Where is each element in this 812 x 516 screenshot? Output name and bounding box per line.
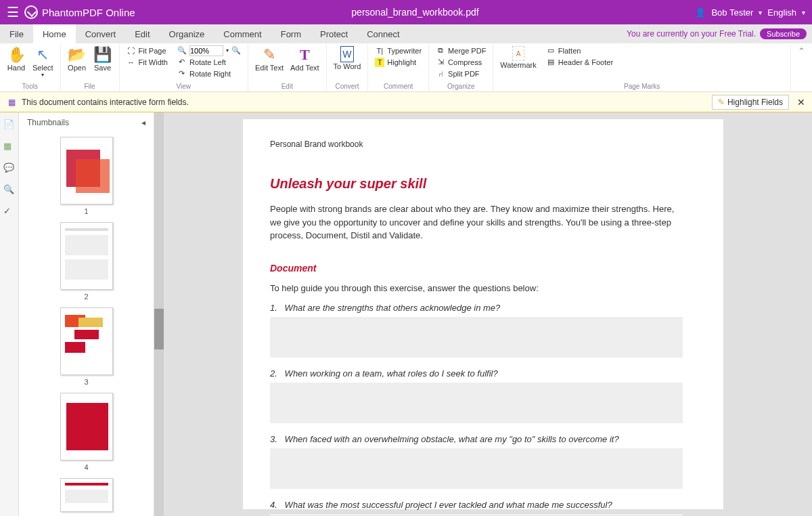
thumbnail-page-4[interactable] [60,393,113,460]
header-footer-icon: ▤ [546,58,556,67]
menu-comment[interactable]: Comment [214,24,271,43]
edit-text-button[interactable]: ✎Edit Text [252,45,286,73]
hand-tool-button[interactable]: ✋Hand [4,45,28,73]
pencil-icon: ✎ [718,98,725,107]
ribbon-group-edit: Edit [252,81,322,91]
thumbnails-title: Thumbnails [27,118,69,127]
select-tool-button[interactable]: ↖Select▾ [30,45,56,79]
add-text-button[interactable]: TAdd Text [288,45,322,73]
form-info-icon: ▦ [7,98,16,107]
flatten-button[interactable]: ▭Flatten [543,45,616,56]
app-header: ☰ PhantomPDF Online personal_brand_workb… [0,0,812,24]
menu-organize[interactable]: Organize [160,24,215,43]
folder-open-icon: 📂 [68,46,86,64]
question-item: 4. What was the most successful project … [270,500,683,516]
menu-protect[interactable]: Protect [311,24,357,43]
thumbnail-page-5[interactable] [60,478,113,512]
zoom-out-icon[interactable]: 🔍 [177,46,187,56]
ribbon-group-file: File [65,81,115,91]
pdf-page: Personal Brand workbook Unleash your sup… [243,119,723,509]
scrollbar-thumb[interactable] [154,309,164,349]
question-item: 2. When working on a team, what roles do… [270,368,683,423]
sidebar: 📄 ▦ 💬 🔍 ✓ [0,112,19,516]
menubar: File Home Convert Edit Organize Comment … [0,24,812,43]
compress-icon: ⇲ [436,58,445,67]
subscribe-button[interactable]: Subscribe [760,28,807,39]
to-word-button[interactable]: WTo Word [331,45,364,72]
watermark-button[interactable]: AWatermark [497,45,539,70]
page-icon[interactable]: 📄 [3,119,16,131]
user-dropdown-icon[interactable]: ▾ [759,9,762,16]
menu-file[interactable]: File [0,24,33,43]
layers-icon[interactable]: ▦ [3,141,16,153]
compress-button[interactable]: ⇲Compress [433,56,489,68]
language-selector[interactable]: English [767,7,796,18]
menu-connect[interactable]: Connect [357,24,409,43]
rotate-left-button[interactable]: ↶Rotate Left [175,56,244,68]
thumbnails-list[interactable]: 1 2 3 4 [19,133,154,516]
ribbon-group-page-marks: Page Marks [497,81,786,91]
question-item: 1. What are the strengths that others ac… [270,303,683,358]
thumbnail-page-3[interactable] [60,307,113,375]
fit-width-icon: ↔ [127,58,136,67]
word-icon: W [340,46,354,62]
section-title: Document [270,263,683,274]
thumbnail-page-1[interactable] [60,137,113,205]
thumbnail-page-2[interactable] [60,222,113,290]
header-footer-button[interactable]: ▤Header & Footer [543,56,616,68]
signatures-icon[interactable]: ✓ [3,206,16,218]
fit-page-button[interactable]: ⛶Fit Page [124,45,171,56]
edit-text-icon: ✎ [261,46,278,64]
page-header: Personal Brand workbook [270,139,683,149]
language-dropdown-icon[interactable]: ▾ [802,9,805,16]
form-field[interactable] [270,317,683,358]
open-button[interactable]: 📂Open [65,45,89,73]
thumbnails-panel: Thumbnails ◂ 1 2 3 4 [19,112,154,516]
user-name[interactable]: Bob Tester [711,7,753,18]
merge-pdf-button[interactable]: ⧉Merge PDF [433,45,489,56]
merge-icon: ⧉ [436,46,445,56]
flatten-icon: ▭ [546,46,556,56]
zoom-in-icon[interactable]: 🔍 [231,46,241,56]
split-pdf-button[interactable]: ⑁Split PDF [433,68,489,79]
document-viewport[interactable]: Personal Brand workbook Unleash your sup… [154,112,812,516]
close-info-bar-button[interactable]: ✕ [797,97,805,108]
question-text: 4. What was the most successful project … [270,500,683,510]
question-list: 1. What are the strengths that others ac… [270,303,683,516]
search-icon[interactable]: 🔍 [3,184,16,196]
comments-icon[interactable]: 💬 [3,163,16,175]
collapse-thumbnails-button[interactable]: ◂ [141,118,145,127]
trial-message: You are currently on your Free Trial. [627,29,760,39]
question-item: 3. When faced with an overwhelming obsta… [270,434,683,489]
split-icon: ⑁ [436,69,445,79]
fit-width-button[interactable]: ↔Fit Width [124,56,171,68]
form-field[interactable] [270,448,683,489]
app-logo-icon [24,5,38,19]
menu-edit[interactable]: Edit [125,24,159,43]
save-button[interactable]: 💾Save [91,45,115,73]
question-text: 3. When faced with an overwhelming obsta… [270,434,683,444]
section-intro: To help guide you through this exercise,… [270,282,683,295]
page-title: Unleash your super skill [270,176,683,192]
rotate-right-button[interactable]: ↷Rotate Right [175,68,244,79]
menu-form[interactable]: Form [271,24,311,43]
typewriter-button[interactable]: T|Typewriter [372,45,424,56]
cursor-icon: ↖ [34,46,51,64]
app-title: PhantomPDF Online [42,7,135,18]
form-field[interactable] [270,383,683,423]
highlight-fields-button[interactable]: ✎Highlight Fields [712,95,789,110]
info-bar-text: This document contains interactive form … [22,98,189,107]
zoom-input[interactable] [189,45,223,56]
workspace: 📄 ▦ 💬 🔍 ✓ Thumbnails ◂ 1 2 3 4 Personal … [0,112,812,516]
ribbon-group-convert: Convert [331,81,364,91]
user-icon: 👤 [695,7,706,18]
fit-page-icon: ⛶ [127,46,136,56]
collapse-ribbon-button[interactable]: ⌃ [791,43,812,91]
menu-icon[interactable]: ☰ [7,4,19,20]
highlight-button[interactable]: THighlight [372,56,424,68]
ribbon-group-comment: Comment [372,81,424,91]
question-text: 2. When working on a team, what roles do… [270,368,683,379]
menu-home[interactable]: Home [33,24,76,43]
menu-convert[interactable]: Convert [76,24,126,43]
ribbon-group-view: View [124,81,244,91]
